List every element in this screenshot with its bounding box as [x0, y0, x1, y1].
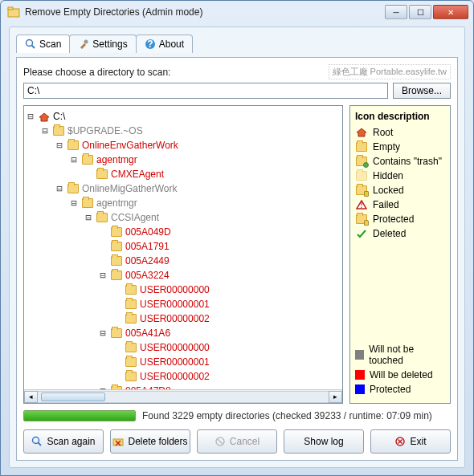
legend-item: Deleted: [355, 228, 445, 239]
legend-label: Failed: [373, 199, 399, 210]
button-label: Scan again: [47, 436, 95, 447]
trash-icon: [355, 157, 368, 166]
tree-node[interactable]: ⊟agentmgr: [26, 196, 341, 210]
collapse-icon[interactable]: ⊟: [98, 268, 108, 283]
legend-label: Root: [373, 127, 393, 138]
scroll-track[interactable]: [38, 391, 329, 403]
tree-node-label: 005A41A6: [125, 326, 170, 340]
tab-about[interactable]: ? About: [136, 35, 193, 53]
show-log-button[interactable]: Show log: [284, 429, 364, 454]
directory-path-input[interactable]: [23, 83, 388, 99]
root-icon: [355, 128, 368, 137]
folder-icon: [67, 140, 79, 150]
tree-node[interactable]: 005A2449: [26, 254, 341, 268]
folder-icon: [125, 372, 137, 381]
wrench-icon: [78, 39, 89, 50]
progress-bar: [23, 410, 136, 421]
legend-label: Protected: [373, 214, 414, 225]
scan-again-button[interactable]: Scan again: [23, 429, 104, 454]
collapse-icon[interactable]: ⊟: [55, 181, 64, 196]
tree-node-label: OnlineMigGatherWork: [82, 181, 178, 196]
tree-node-label: OnlineEnvGatherWork: [82, 138, 178, 153]
close-button[interactable]: ✕: [433, 5, 468, 19]
tree-node[interactable]: USER00000002: [26, 311, 341, 326]
color-swatch: [355, 384, 365, 394]
collapse-icon[interactable]: ⊟: [55, 138, 64, 153]
collapse-icon[interactable]: ⊟: [40, 124, 50, 138]
collapse-icon[interactable]: ⊟: [84, 210, 93, 225]
tree-node[interactable]: CMXEAgent: [26, 167, 341, 181]
tree-node[interactable]: USER00000000: [26, 283, 341, 297]
collapse-icon[interactable]: ⊟: [98, 326, 108, 340]
legend-item: Empty: [355, 141, 445, 153]
tree-node-label: USER00000001: [140, 355, 210, 369]
browse-button[interactable]: Browse...: [393, 83, 451, 99]
svg-line-3: [32, 46, 35, 49]
delete-folders-button[interactable]: Delete folders: [110, 429, 190, 454]
legend-item: Hidden: [355, 170, 445, 181]
horizontal-scrollbar[interactable]: ◂ ▸: [24, 389, 342, 403]
locked-icon: [355, 185, 368, 195]
tree-node[interactable]: ⊟005A41A6: [26, 326, 341, 340]
protected-icon: [355, 214, 368, 224]
tree-node[interactable]: ⊟OnlineMigGatherWork: [26, 181, 341, 196]
tab-panel-scan: Please choose a directory to scan: 綠色工廠 …: [16, 57, 458, 461]
collapse-icon[interactable]: ⊟: [69, 153, 79, 167]
folder-icon: [125, 343, 137, 352]
tree-node[interactable]: USER00000002: [26, 369, 341, 384]
svg-point-11: [33, 437, 39, 444]
scroll-right-button[interactable]: ▸: [329, 391, 342, 403]
tree-node-label: 005A3224: [125, 268, 170, 283]
tree-node-label: CCSIAgent: [111, 210, 159, 225]
svg-point-4: [84, 40, 88, 44]
tree-node-label: USER00000001: [140, 297, 210, 311]
tab-scan[interactable]: Scan: [16, 35, 70, 53]
tree-node[interactable]: USER00000001: [26, 355, 341, 369]
tree-node-label: $UPGRADE.~OS: [67, 124, 143, 138]
maximize-button[interactable]: ☐: [409, 5, 431, 19]
folder-icon: [125, 285, 137, 295]
search-icon: [25, 39, 36, 50]
directory-tree[interactable]: ⊟C:\⊟$UPGRADE.~OS⊟OnlineEnvGatherWork⊟ag…: [23, 105, 343, 404]
color-legend-item: Will be deleted: [355, 369, 445, 380]
collapse-icon[interactable]: ⊟: [26, 109, 35, 124]
svg-text:?: ?: [147, 39, 153, 50]
folder-icon: [111, 328, 122, 338]
collapse-icon[interactable]: ⊟: [98, 384, 108, 389]
svg-text:!: !: [360, 200, 362, 210]
app-window: Remove Empty Directories (Admin mode) ─ …: [0, 0, 474, 476]
button-label: Show log: [304, 436, 343, 447]
folder-icon: [96, 213, 108, 222]
exit-button[interactable]: Exit: [370, 429, 451, 454]
tree-node[interactable]: ⊟agentmgr: [26, 153, 341, 167]
svg-line-12: [39, 443, 42, 446]
watermark-text: 綠色工廠 Portable.easylife.tw: [329, 64, 451, 79]
app-icon: [7, 6, 20, 18]
tree-node[interactable]: USER00000000: [26, 340, 341, 355]
color-legend-label: Will be deleted: [370, 369, 433, 380]
color-legend-label: Protected: [370, 384, 411, 395]
tree-node[interactable]: ⊟C:\: [26, 109, 341, 124]
tab-settings[interactable]: Settings: [69, 35, 136, 53]
tree-node[interactable]: USER00000001: [26, 297, 341, 311]
folder-icon: [82, 198, 93, 208]
tree-node[interactable]: ⊟005A3224: [26, 268, 341, 283]
legend-label: Locked: [373, 185, 404, 196]
tree-node[interactable]: ⊟$UPGRADE.~OS: [26, 124, 341, 138]
tree-node-label: 005A47D8: [125, 384, 171, 389]
scroll-left-button[interactable]: ◂: [24, 391, 38, 403]
tree-node-label: agentmgr: [96, 196, 137, 210]
tree-node-label: USER00000002: [140, 311, 210, 326]
scroll-thumb[interactable]: [41, 393, 105, 401]
tree-node[interactable]: 005A1791: [26, 239, 341, 254]
tree-node[interactable]: ⊟CCSIAgent: [26, 210, 341, 225]
tree-node[interactable]: 005A049D: [26, 225, 341, 239]
tree-node[interactable]: ⊟005A47D8: [26, 384, 341, 389]
tree-node[interactable]: ⊟OnlineEnvGatherWork: [26, 138, 341, 153]
button-label: Cancel: [230, 436, 259, 447]
tab-label: Scan: [39, 39, 61, 50]
collapse-icon[interactable]: ⊟: [69, 196, 79, 210]
folder-icon: [111, 386, 122, 389]
minimize-button[interactable]: ─: [385, 5, 407, 19]
hidden-icon: [355, 171, 368, 181]
